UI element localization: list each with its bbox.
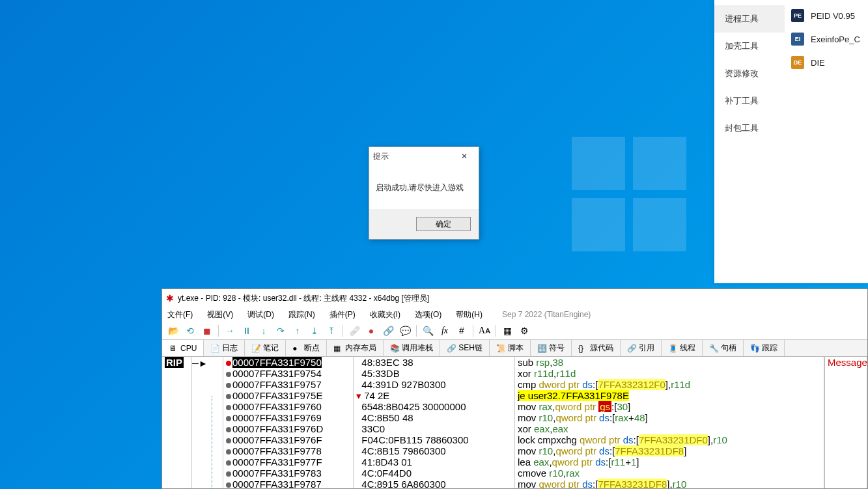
tab-icon: 👣 [750, 344, 759, 353]
hash-icon[interactable]: # [455, 324, 469, 338]
instruction-cell: cmove r10,rax [515, 468, 824, 479]
font-icon[interactable]: Aᴀ [477, 324, 492, 338]
message-box-title: 提示 [373, 151, 389, 162]
breakpoint-dot[interactable] [226, 471, 231, 477]
tab-引用[interactable]: 🔗引用 [621, 340, 662, 356]
address-cell[interactable]: 00007FFA331F9783 [223, 468, 353, 479]
tab-符号[interactable]: 🔣符号 [531, 340, 572, 356]
instruction-cell: je user32.7FFA331F978E [515, 390, 824, 401]
tab-bar: 🖥CPU📄日志📝笔记●断点▦内存布局📚调用堆栈🔗SEH链📜脚本🔣符号{}源代码🔗… [162, 340, 867, 357]
run-to-icon[interactable]: ⤓ [307, 324, 322, 338]
menu-item[interactable]: 选项(O) [415, 309, 441, 320]
address-cell[interactable]: 00007FFA331F976F [223, 434, 353, 445]
tab-跟踪[interactable]: 👣跟踪 [744, 340, 785, 356]
tool-item[interactable]: PEPEID V0.95 [785, 4, 868, 27]
tab-label: 笔记 [263, 342, 279, 354]
address-cell[interactable]: 00007FFA331F9754 [223, 368, 353, 379]
search-icon[interactable]: 🔍 [421, 324, 435, 338]
message-box-titlebar[interactable]: 提示 ✕ [369, 147, 479, 165]
tool-category[interactable]: 资源修改 [714, 60, 785, 87]
ok-button[interactable]: 确定 [416, 217, 471, 231]
address-cell[interactable]: 00007FFA331F9787 [223, 479, 353, 488]
breakpoint-dot[interactable] [226, 416, 231, 421]
tool-category[interactable]: 补丁工具 [714, 87, 785, 115]
step-over-icon[interactable]: ↷ [273, 324, 288, 338]
run-icon[interactable]: → [223, 324, 237, 338]
link-icon[interactable]: 🔗 [381, 324, 395, 338]
tab-日志[interactable]: 📄日志 [204, 340, 245, 356]
open-icon[interactable]: 📂 [166, 324, 180, 338]
debugger-window: ✱ yt.exe - PID: 928 - 模块: user32.dll - 线… [161, 288, 868, 489]
breakpoint-dot[interactable] [226, 427, 231, 432]
tab-icon: ▦ [333, 344, 343, 353]
breakpoint-dot[interactable] [226, 383, 231, 388]
tab-调用堆栈[interactable]: 📚调用堆栈 [384, 340, 440, 356]
tab-CPU[interactable]: 🖥CPU [162, 340, 204, 356]
address-cell[interactable]: 00007FFA331F975E [223, 390, 353, 401]
breakpoint-dot[interactable] [226, 372, 231, 377]
instruction-cell: xor r11d,r11d [515, 368, 824, 379]
address-cell[interactable]: 00007FFA331F9757 [223, 379, 353, 390]
tool-item[interactable]: DEDIE [785, 51, 868, 74]
tab-源代码[interactable]: {}源代码 [572, 340, 621, 356]
close-icon[interactable]: ✕ [454, 152, 475, 161]
refresh-icon[interactable]: ⟲ [183, 324, 197, 338]
instruction-cell: mov r10,qword ptr ds:[rax+48] [515, 412, 824, 423]
fx-icon[interactable]: fx [438, 324, 452, 338]
tool-category[interactable]: 进程工具 [714, 5, 785, 33]
address-cell[interactable]: 00007FFA331F9760 [223, 401, 353, 412]
pause-icon[interactable]: ⏸ [240, 324, 254, 338]
breakpoint-dot[interactable] [226, 449, 231, 454]
tab-label: 调用堆栈 [402, 342, 433, 354]
address-cell[interactable]: 00007FFA331F977F [223, 456, 353, 468]
bytes-cell: 4C:8B50 48 [354, 412, 514, 423]
tab-脚本[interactable]: 📜脚本 [490, 340, 531, 356]
marker-icon[interactable]: ● [364, 324, 378, 338]
stop-icon[interactable]: ◼ [200, 324, 214, 338]
address-cell[interactable]: 00007FFA331F9769 [223, 412, 353, 423]
menu-item[interactable]: 收藏夹(I) [370, 309, 400, 320]
menu-item[interactable]: 视图(V) [207, 309, 233, 320]
menu-item[interactable]: 跟踪(N) [288, 309, 315, 320]
address-cell[interactable]: 00007FFA331F9750 [223, 357, 353, 368]
breakpoint-dot[interactable] [226, 361, 231, 366]
breakpoint-dot[interactable] [226, 460, 231, 466]
tab-断点[interactable]: ●断点 [286, 340, 327, 356]
tool-category[interactable]: 封包工具 [714, 115, 785, 142]
tab-SEH链[interactable]: 🔗SEH链 [440, 340, 490, 356]
tab-label: 脚本 [508, 342, 524, 354]
menu-bar: 文件(F)视图(V)调试(D)跟踪(N)插件(P)收藏夹(I)选项(O)帮助(H… [162, 307, 867, 322]
address-cell[interactable]: 00007FFA331F976D [223, 423, 353, 434]
tab-笔记[interactable]: 📝笔记 [245, 340, 286, 356]
instruction-cell: mov r10,qword ptr ds:[7FFA33231DF8] [515, 445, 824, 456]
tab-内存布局[interactable]: ▦内存布局 [327, 340, 384, 356]
tab-句柄[interactable]: 🔧句柄 [703, 340, 744, 356]
step-in-icon[interactable]: ↓ [257, 324, 271, 338]
tab-label: 符号 [549, 342, 565, 354]
step-out-icon[interactable]: ↑ [290, 324, 305, 338]
address-cell[interactable]: 00007FFA331F9778 [223, 445, 353, 456]
menu-item[interactable]: 插件(P) [329, 309, 356, 320]
breakpoint-dot[interactable] [226, 438, 231, 443]
comment-icon[interactable]: 💬 [398, 324, 412, 338]
bytes-cell: 41:8D43 01 [354, 456, 514, 468]
gear-icon[interactable]: ⚙ [517, 324, 531, 338]
debugger-titlebar[interactable]: ✱ yt.exe - PID: 928 - 模块: user32.dll - 线… [162, 289, 867, 307]
tool-category[interactable]: 加壳工具 [714, 33, 785, 60]
patch-icon[interactable]: 🩹 [347, 324, 361, 338]
bytes-cell: 44:391D 927B0300 [354, 379, 514, 390]
tab-label: 线程 [680, 342, 695, 354]
breakpoint-dot[interactable] [226, 482, 231, 488]
tool-item[interactable]: EIExeinfoPe_C [785, 27, 868, 51]
tab-线程[interactable]: 🧵线程 [662, 340, 703, 356]
menu-item[interactable]: 调试(D) [247, 309, 274, 320]
module-icon[interactable]: ▦ [500, 324, 514, 338]
menu-item[interactable]: 帮助(H) [456, 309, 483, 320]
skip-icon[interactable]: ⤒ [324, 324, 339, 338]
breakpoint-dot[interactable] [226, 394, 231, 399]
disassembly-view[interactable]: RIP ─► 00007FFA331F9750 00007FFA331F9754… [162, 357, 867, 488]
bytes-cell: F04C:0FB115 78860300 [354, 434, 514, 445]
tab-icon: 🔗 [447, 344, 456, 353]
menu-item[interactable]: 文件(F) [167, 309, 193, 320]
breakpoint-dot[interactable] [226, 405, 231, 410]
